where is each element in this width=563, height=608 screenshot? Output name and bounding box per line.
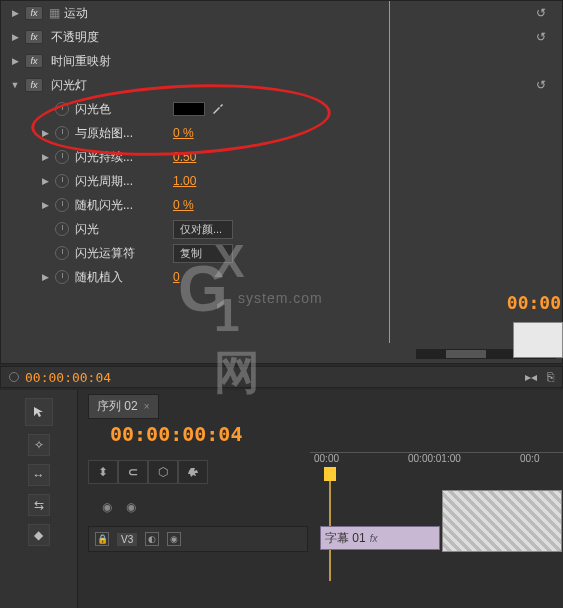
- effect-label: 不透明度: [51, 29, 99, 46]
- twirl-icon[interactable]: ▶: [9, 32, 21, 42]
- effect-label: 时间重映射: [51, 53, 111, 70]
- twirl-icon[interactable]: ▼: [9, 80, 21, 90]
- prop-duration: ▶ 闪光持续... 0.50: [1, 145, 562, 169]
- stopwatch-icon[interactable]: [55, 198, 69, 212]
- export-icon[interactable]: ⎘: [547, 370, 554, 384]
- eyedropper-icon[interactable]: [211, 101, 225, 118]
- fx-badge[interactable]: fx: [25, 30, 43, 44]
- clip-thumb: [442, 490, 562, 552]
- prop-label: 与原始图...: [75, 125, 165, 142]
- eye-icon[interactable]: ◉: [102, 500, 112, 514]
- sequence-tab[interactable]: 序列 02 ×: [88, 394, 159, 419]
- prop-label: 闪光周期...: [75, 173, 165, 190]
- eye-icon[interactable]: ◉: [126, 500, 136, 514]
- clip-fx-badge: fx: [370, 533, 378, 544]
- rate-tool[interactable]: ⇆: [28, 494, 50, 516]
- time-ruler[interactable]: 00:00 00:00:01:00 00:0: [310, 452, 563, 486]
- stopwatch-icon[interactable]: [55, 174, 69, 188]
- eye-icon[interactable]: ◉: [167, 532, 181, 546]
- timeline-timecode[interactable]: 00:00:00:04: [110, 422, 242, 446]
- clip-subtitle[interactable]: 字幕 01 fx: [320, 526, 440, 550]
- prop-value[interactable]: 1.00: [173, 174, 196, 188]
- close-icon[interactable]: ×: [144, 401, 150, 412]
- settings-icon[interactable]: [178, 460, 208, 484]
- motion-extra-icon: ▦: [49, 6, 60, 20]
- status-timecode[interactable]: 00:00:00:04: [25, 370, 111, 385]
- fx-badge[interactable]: fx: [25, 78, 43, 92]
- playhead-icon[interactable]: [324, 467, 336, 481]
- track-area: ◉ ◉ 🔒 V3 ◐ ◉ 字幕 01 fx: [88, 490, 563, 608]
- stopwatch-icon[interactable]: [55, 102, 69, 116]
- reset-icon[interactable]: ↺: [532, 29, 550, 45]
- snap-icon[interactable]: ⊂: [118, 460, 148, 484]
- track-header-v3[interactable]: 🔒 V3 ◐ ◉: [88, 526, 308, 552]
- effect-motion[interactable]: ▶ fx ▦ 运动 ↺: [1, 1, 562, 25]
- selection-tool[interactable]: [25, 398, 53, 426]
- fx-badge[interactable]: fx: [25, 54, 43, 68]
- twirl-icon[interactable]: ▶: [39, 200, 51, 210]
- prop-period: ▶ 闪光周期... 1.00: [1, 169, 562, 193]
- twirl-icon[interactable]: ▶: [9, 8, 21, 18]
- prop-value[interactable]: 0 %: [173, 198, 194, 212]
- scrollbar-thumb[interactable]: [446, 350, 486, 358]
- prop-strobe-mode: 闪光 仅对颜...: [1, 217, 562, 241]
- twirl-icon[interactable]: ▶: [39, 128, 51, 138]
- dropdown[interactable]: 仅对颜...: [173, 220, 233, 239]
- reset-icon[interactable]: ↺: [532, 77, 550, 93]
- timeline-toolbar: ⬍ ⊂ ⬡: [88, 460, 208, 484]
- prop-label: 闪光色: [75, 101, 165, 118]
- prop-random: ▶ 随机闪光... 0 %: [1, 193, 562, 217]
- prop-label: 闪光持续...: [75, 149, 165, 166]
- timeline-panel: ✧ ↔ ⇆ ◆ 序列 02 × 00:00:00:04 ⬍ ⊂ ⬡ 00:00 …: [0, 390, 563, 608]
- stopwatch-icon[interactable]: [55, 222, 69, 236]
- reset-icon[interactable]: ↺: [532, 5, 550, 21]
- record-icon[interactable]: [9, 372, 19, 382]
- lock-icon[interactable]: 🔒: [95, 532, 109, 546]
- prop-value[interactable]: 0.50: [173, 150, 196, 164]
- preview-box: [513, 322, 563, 358]
- razor-tool[interactable]: ◆: [28, 524, 50, 546]
- effect-opacity[interactable]: ▶ fx 不透明度 ↺: [1, 25, 562, 49]
- prop-strobe-color: 闪光色: [1, 97, 562, 121]
- ripple-tool[interactable]: ↔: [28, 464, 50, 486]
- prop-label: 随机植入: [75, 269, 165, 286]
- tab-label: 序列 02: [97, 398, 138, 415]
- prop-operator: 闪光运算符 复制: [1, 241, 562, 265]
- stopwatch-icon[interactable]: [55, 126, 69, 140]
- prop-label: 闪光: [75, 221, 165, 238]
- stopwatch-icon[interactable]: [55, 150, 69, 164]
- effect-label: 闪光灯: [51, 77, 87, 94]
- color-swatch[interactable]: [173, 102, 205, 116]
- right-timecode: 00:00: [507, 292, 561, 313]
- snap-icon[interactable]: ▸◂: [525, 370, 537, 384]
- prop-value[interactable]: 0: [173, 270, 180, 284]
- tool-column: ✧ ↔ ⇆ ◆: [0, 390, 78, 608]
- prop-seed: ▶ 随机植入 0: [1, 265, 562, 289]
- timeline-main: 序列 02 × 00:00:00:04 ⬍ ⊂ ⬡ 00:00 00:00:01…: [80, 390, 563, 608]
- prop-label: 闪光运算符: [75, 245, 165, 262]
- twirl-icon[interactable]: ▶: [39, 152, 51, 162]
- ruler-tick: 00:0: [520, 453, 539, 464]
- ruler-tick: 00:00: [314, 453, 339, 464]
- status-bar: 00:00:00:04 ▸◂ ⎘: [0, 366, 563, 388]
- twirl-icon[interactable]: ▶: [39, 272, 51, 282]
- effect-timeremap[interactable]: ▶ fx 时间重映射: [1, 49, 562, 73]
- prop-label: 随机闪光...: [75, 197, 165, 214]
- prop-value[interactable]: 0 %: [173, 126, 194, 140]
- twirl-icon[interactable]: ▶: [9, 56, 21, 66]
- prop-blend: ▶ 与原始图... 0 %: [1, 121, 562, 145]
- stopwatch-icon[interactable]: [55, 246, 69, 260]
- toggle-icon[interactable]: ◐: [145, 532, 159, 546]
- ruler-tick: 00:00:01:00: [408, 453, 461, 464]
- track-label[interactable]: V3: [117, 533, 137, 546]
- playhead-line: [389, 1, 390, 343]
- twirl-icon[interactable]: ▶: [39, 176, 51, 186]
- track-select-tool[interactable]: ✧: [28, 434, 50, 456]
- nest-icon[interactable]: ⬍: [88, 460, 118, 484]
- marker-icon[interactable]: ⬡: [148, 460, 178, 484]
- clip-name: 字幕 01: [325, 530, 366, 547]
- effect-strobe[interactable]: ▼ fx 闪光灯 ↺: [1, 73, 562, 97]
- stopwatch-icon[interactable]: [55, 270, 69, 284]
- fx-badge[interactable]: fx: [25, 6, 43, 20]
- dropdown[interactable]: 复制: [173, 244, 233, 263]
